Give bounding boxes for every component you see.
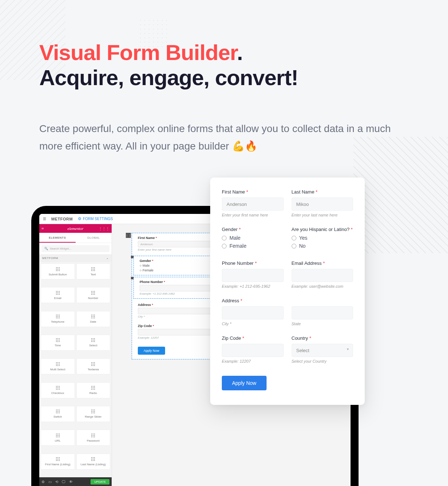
last-name-label: Last Name *: [292, 189, 353, 195]
hispanic-label: Are you Hispanic or Latino? *: [292, 227, 353, 232]
widget-item[interactable]: Telephone: [41, 311, 75, 327]
gender-female-radio[interactable]: Female: [222, 243, 284, 249]
widget-item[interactable]: Password: [76, 430, 111, 446]
form-settings-link[interactable]: ⚙ FORM SETTINGS: [78, 216, 113, 221]
widget-label: Textarea: [88, 368, 99, 371]
widget-item[interactable]: Last Name (Listing): [76, 454, 111, 470]
apply-button[interactable]: Apply Now: [222, 376, 267, 390]
form-preview-card: First Name * Enter your first name here …: [210, 178, 365, 405]
widget-label: Radio: [89, 391, 97, 395]
settings-icon[interactable]: ⚙: [41, 480, 45, 484]
hero-title-secondary: Acquire, engage, convert!: [39, 65, 298, 90]
radio-icon: [292, 244, 296, 248]
tab-global[interactable]: GLOBAL: [76, 233, 112, 243]
search-input[interactable]: 🔍 Search Widget...: [41, 245, 109, 252]
radio-icon: [222, 236, 227, 240]
widget-category-header[interactable]: METFORM ⌄: [39, 254, 112, 262]
first-name-input[interactable]: [222, 198, 284, 211]
widget-grip-icon: [91, 409, 95, 414]
country-hint: Select your Country: [292, 359, 353, 363]
menu-icon[interactable]: ☰: [43, 217, 46, 221]
canvas-apply-button[interactable]: Apply Now: [138, 347, 165, 355]
widget-item[interactable]: Select: [76, 335, 111, 351]
gender-male-radio[interactable]: Male: [222, 235, 284, 241]
editor-brand: METFORM: [51, 217, 73, 221]
search-icon: 🔍: [44, 247, 48, 250]
country-select[interactable]: Select: [292, 344, 353, 357]
widget-grip-icon: [91, 362, 95, 366]
apps-icon[interactable]: ⋮⋮⋮: [99, 227, 109, 231]
zip-label: Zip Code *: [222, 335, 284, 341]
phone-label: Phone Number *: [222, 260, 284, 266]
email-input[interactable]: [292, 269, 353, 282]
hispanic-yes-radio[interactable]: Yes: [292, 235, 353, 241]
widget-label: Password: [87, 439, 100, 442]
widget-label: Checkbox: [51, 391, 64, 395]
city-input[interactable]: [222, 306, 284, 319]
widget-item[interactable]: Text: [76, 263, 111, 279]
zip-hint: Example: 12207: [222, 359, 284, 363]
panel-header: ≡ elementor ⋮⋮⋮: [39, 224, 112, 233]
widgets-panel: ≡ elementor ⋮⋮⋮ ELEMENTS GLOBAL 🔍 Search…: [39, 224, 112, 486]
email-label: Email Address *: [292, 260, 353, 266]
widget-grip-icon: [56, 386, 60, 390]
widget-item[interactable]: Date: [76, 311, 111, 327]
hero-section: Visual Form Builder. Acquire, engage, co…: [39, 40, 404, 155]
preview-icon[interactable]: 👁: [69, 480, 73, 484]
address-spacer: [292, 298, 353, 303]
widget-item[interactable]: Radio: [76, 382, 111, 398]
widget-item[interactable]: Switch: [41, 406, 75, 422]
panel-bottom-toolbar: ⚙ ▭ ⟲ 🖵 👁 UPDATE: [39, 477, 112, 486]
widget-grip-icon: [56, 457, 60, 461]
widget-label: Date: [90, 320, 96, 323]
widget-item[interactable]: First Name (Listing): [41, 454, 75, 470]
widget-item[interactable]: Range Slider: [76, 406, 111, 422]
last-name-input[interactable]: [292, 198, 353, 211]
first-name-hint: Enter your first name here: [222, 213, 284, 217]
phone-input[interactable]: [222, 269, 284, 282]
first-name-label: First Name *: [222, 189, 284, 195]
widget-item[interactable]: Email: [41, 287, 75, 303]
address-label: Address *: [222, 298, 284, 303]
navigator-icon[interactable]: ▭: [48, 480, 52, 484]
section-handle-icon[interactable]: ⋮⋮: [126, 233, 131, 238]
widget-label: Time: [55, 344, 61, 347]
widget-label: Last Name (Listing): [81, 463, 106, 466]
hero-title: Visual Form Builder. Acquire, engage, co…: [39, 40, 404, 90]
widget-item[interactable]: Time: [41, 335, 75, 351]
widget-item[interactable]: Number: [76, 287, 111, 303]
widget-label: Text: [91, 273, 96, 276]
hamburger-icon[interactable]: ≡: [41, 226, 44, 231]
widget-item[interactable]: Checkbox: [41, 382, 75, 398]
state-hint: State: [292, 322, 353, 326]
widget-grip-icon: [56, 267, 60, 271]
widget-item[interactable]: Multi Select: [41, 358, 75, 374]
widget-label: Multi Select: [50, 368, 65, 371]
widget-label: First Name (Listing): [45, 463, 71, 466]
history-icon[interactable]: ⟲: [55, 480, 58, 484]
zip-input[interactable]: [222, 344, 284, 357]
state-input[interactable]: [292, 306, 353, 319]
widget-grip-icon: [91, 386, 95, 390]
widget-item[interactable]: Textarea: [76, 358, 111, 374]
canvas-address-label: Address *: [138, 303, 153, 307]
elementor-logo-text: elementor: [68, 226, 84, 231]
widget-label: Select: [89, 344, 97, 347]
widget-label: Range Slider: [85, 415, 101, 418]
canvas-gender-label: Gender *: [140, 259, 153, 263]
widget-grip-icon: [91, 291, 95, 295]
widget-item[interactable]: URL: [41, 430, 75, 446]
tab-elements[interactable]: ELEMENTS: [39, 233, 76, 243]
widget-grip-icon: [91, 267, 95, 271]
widget-label: Submit Button: [49, 273, 67, 276]
canvas-phone-label: Phone Number *: [140, 280, 165, 284]
widget-label: Telephone: [51, 320, 64, 323]
widget-item[interactable]: Submit Button: [41, 263, 75, 279]
radio-icon: [292, 236, 296, 240]
hispanic-no-radio[interactable]: No: [292, 243, 353, 249]
widget-grip-icon: [56, 409, 60, 414]
responsive-icon[interactable]: 🖵: [62, 480, 65, 484]
update-button[interactable]: UPDATE: [91, 479, 109, 485]
hero-title-highlight: Visual Form Builder: [39, 40, 237, 65]
widget-label: URL: [55, 439, 61, 442]
